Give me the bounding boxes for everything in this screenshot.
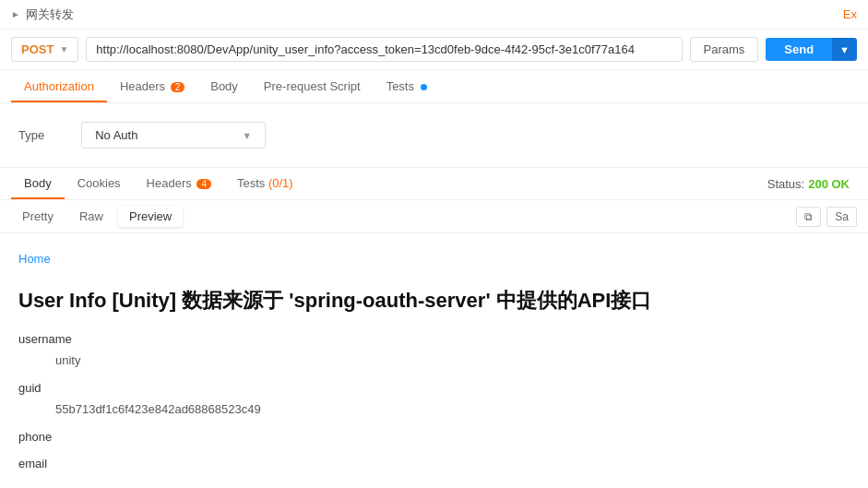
tests-dot-icon [421,84,427,90]
method-chevron-icon: ▼ [59,44,68,54]
field-guid-name: guid [18,377,850,399]
resp-headers-badge: 4 [196,179,211,189]
view-tab-raw[interactable]: Raw [68,206,114,227]
params-button[interactable]: Params [690,37,759,62]
field-guid-value: 55b713df1c6f423e842ad68868523c49 [18,399,850,420]
field-guid: guid 55b713df1c6f423e842ad68868523c49 [18,377,850,421]
resp-tab-cookies[interactable]: Cookies [65,168,134,199]
top-bar: ► 网关转发 Ex [0,0,868,30]
view-tab-pretty[interactable]: Pretty [11,206,65,227]
auth-type-value: No Auth [95,128,137,142]
preview-title: User Info [Unity] 数据来源于 'spring-oauth-se… [18,282,850,319]
resp-tab-headers[interactable]: Headers 4 [134,168,224,199]
field-username-value: unity [18,350,850,371]
send-button-wrap: Send ▼ [766,38,857,61]
method-label: POST [21,42,54,56]
arrow-icon: ► [11,9,20,19]
top-bar-extra[interactable]: Ex [843,7,857,21]
auth-section: Type No Auth ▼ [0,103,868,168]
field-username: username unity [18,328,850,372]
request-bar: POST ▼ Params Send ▼ [0,30,868,70]
top-bar-label: 网关转发 [26,6,74,23]
tab-body[interactable]: Body [197,70,251,102]
field-username-name: username [18,328,850,350]
save-label: Sa [835,210,849,223]
resp-tab-tests[interactable]: Tests (0/1) [224,168,306,199]
headers-badge: 2 [171,82,185,92]
preview-content: Home User Info [Unity] 数据来源于 'spring-oau… [0,233,868,488]
field-phone-name: phone [18,426,850,447]
view-tabs: Pretty Raw Preview ⧉ Sa [0,200,868,233]
home-link[interactable]: Home [18,252,51,266]
send-button[interactable]: Send [766,38,832,61]
resp-tab-body[interactable]: Body [11,168,65,199]
auth-type-label: Type [18,128,44,142]
field-email: email [18,453,850,474]
tab-headers[interactable]: Headers 2 [107,70,197,102]
url-input[interactable] [86,37,682,62]
field-email-name: email [18,453,850,474]
field-phone: phone [18,426,850,447]
send-dropdown-button[interactable]: ▼ [832,38,857,61]
response-status: Status: 200 OK [767,177,857,191]
tab-prerequest[interactable]: Pre-request Script [251,70,374,102]
resp-tests-count: (0/1) [268,176,293,190]
method-button[interactable]: POST ▼ [11,37,78,62]
tab-authorization[interactable]: Authorization [11,70,107,102]
auth-chevron-icon: ▼ [242,130,252,141]
auth-type-select[interactable]: No Auth ▼ [81,122,266,149]
copy-button[interactable]: ⧉ [796,207,821,227]
tab-tests[interactable]: Tests [374,70,440,102]
response-section: Body Cookies Headers 4 Tests (0/1) Statu… [0,168,868,488]
top-bar-left: ► 网关转发 [11,6,74,23]
copy-icon: ⧉ [804,210,813,223]
request-tabs: Authorization Headers 2 Body Pre-request… [0,70,868,103]
view-actions: ⧉ Sa [796,207,857,227]
view-tab-preview[interactable]: Preview [118,206,183,227]
status-label: Status: [767,177,804,191]
response-tabs: Body Cookies Headers 4 Tests (0/1) Statu… [0,168,868,200]
save-button[interactable]: Sa [826,207,857,227]
status-value: 200 OK [808,177,850,191]
